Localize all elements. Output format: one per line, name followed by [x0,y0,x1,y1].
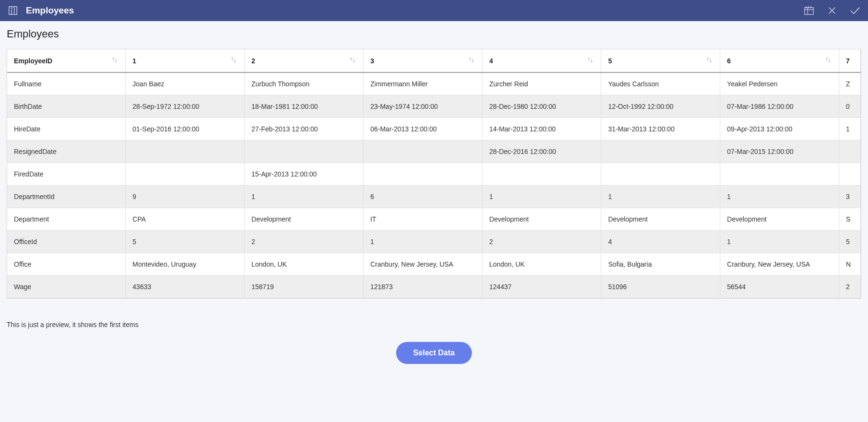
sort-icon[interactable] [824,56,832,65]
cell [601,163,720,185]
cell [839,163,861,185]
column-header-label: EmployeeID [14,57,52,65]
cell: 1 [245,185,364,208]
confirm-icon[interactable] [849,4,861,17]
table-row: Wage4363315871912187312443751096565442 [7,275,861,298]
cell: Development [601,208,720,230]
cell: 06-Mar-2013 12:00:00 [364,117,482,140]
row-label: Office [7,253,126,275]
cell: 2 [482,230,601,253]
cell: 5 [126,230,245,253]
cell: Montevideo, Uruguay [126,253,245,275]
table-row: OfficeId5212415 [7,230,861,253]
cell: 4 [601,230,720,253]
table-row: OfficeMontevideo, UruguayLondon, UKCranb… [7,253,861,275]
row-label: OfficeId [7,230,126,253]
row-label: HireDate [7,117,126,140]
svg-rect-0 [9,7,17,15]
cell [482,163,601,185]
cell: 07-Mar-2015 12:00:00 [720,140,839,163]
cell: 28-Sep-1972 12:00:00 [126,95,245,117]
cell: IT [364,208,482,230]
sort-icon[interactable] [586,56,594,65]
row-label: Fullname [7,72,126,95]
topbar: Employees [0,0,868,21]
column-header-4[interactable]: 4 [482,49,601,72]
cell: 1 [720,185,839,208]
cell [245,140,364,163]
header-filter-icon[interactable] [803,4,815,17]
cell: Development [482,208,601,230]
cell: 1 [601,185,720,208]
cell: 18-Mar-1981 12:00:00 [245,95,364,117]
cell: 1 [482,185,601,208]
svg-rect-3 [805,8,813,15]
cell: 1 [839,117,861,140]
cell [126,140,245,163]
column-header-label: 4 [489,57,493,65]
cell: 15-Apr-2013 12:00:00 [245,163,364,185]
cell: 12-Oct-1992 12:00:00 [601,95,720,117]
cell: Yeakel Pedersen [720,72,839,95]
table-row: HireDate01-Sep-2016 12:00:0027-Feb-2013 … [7,117,861,140]
topbar-title: Employees [26,5,74,16]
row-label: Department [7,208,126,230]
sort-icon[interactable] [705,56,713,65]
column-header-6[interactable]: 6 [720,49,839,72]
cell: 27-Feb-2013 12:00:00 [245,117,364,140]
sort-icon[interactable] [349,56,356,65]
column-header-3[interactable]: 3 [364,49,482,72]
cell: 31-Mar-2013 12:00:00 [601,117,720,140]
row-label: Wage [7,275,126,298]
cell: 5 [839,230,861,253]
cell: 28-Dec-2016 12:00:00 [482,140,601,163]
row-label: DepartmentId [7,185,126,208]
cell: 43633 [126,275,245,298]
page-title: Employees [7,28,861,40]
column-header-label: 2 [251,57,255,65]
cell: N [839,253,861,275]
cell: Zurcher Reid [482,72,601,95]
cell: 9 [126,185,245,208]
select-data-button[interactable]: Select Data [396,342,472,364]
cell: 124437 [482,275,601,298]
table-icon [7,4,19,17]
cell: 23-May-1974 12:00:00 [364,95,482,117]
column-header-1[interactable]: 1 [126,49,245,72]
cell [601,140,720,163]
cell: Development [245,208,364,230]
cell [839,140,861,163]
column-header-5[interactable]: 5 [601,49,720,72]
sort-icon[interactable] [111,56,118,65]
column-header-7[interactable]: 7 [839,49,861,72]
cell: Cranbury, New Jersey, USA [720,253,839,275]
cell: 56544 [720,275,839,298]
close-icon[interactable] [826,4,838,17]
cell: Development [720,208,839,230]
cell [126,163,245,185]
cell: 158719 [245,275,364,298]
column-header-label: 3 [370,57,374,65]
cell: 28-Dec-1980 12:00:00 [482,95,601,117]
cell: Joan Baez [126,72,245,95]
cell: Sofia, Bulgaria [601,253,720,275]
column-header-2[interactable]: 2 [245,49,364,72]
cell: Z [839,72,861,95]
cell: 51096 [601,275,720,298]
sort-icon[interactable] [230,56,237,65]
cell [720,163,839,185]
cell: 1 [720,230,839,253]
cell: 2 [245,230,364,253]
cell [364,163,482,185]
cell: 2 [839,275,861,298]
cell: Cranbury, New Jersey, USA [364,253,482,275]
column-header-employeeid[interactable]: EmployeeID [7,49,126,72]
cell [364,140,482,163]
sort-icon[interactable] [468,56,475,65]
cell: Yaudes Carlsson [601,72,720,95]
cell: 07-Mar-1986 12:00:00 [720,95,839,117]
table-row: FiredDate15-Apr-2013 12:00:00 [7,163,861,185]
cell: 0 [839,95,861,117]
cell: 1 [364,230,482,253]
data-grid: EmployeeID1234567 FullnameJoan BaezZurbu… [7,49,861,299]
